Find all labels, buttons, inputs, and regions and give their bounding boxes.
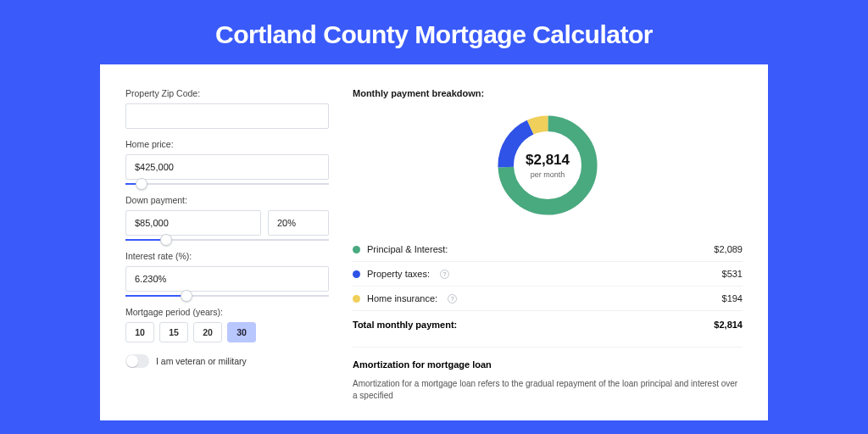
legend-left: Home insurance:? [353,293,457,303]
interest-rate-slider[interactable] [125,295,329,297]
legend-row: Home insurance:?$194 [353,287,743,310]
veteran-toggle[interactable] [125,354,149,368]
period-button-10[interactable]: 10 [125,322,154,342]
mortgage-period-label: Mortgage period (years): [125,307,329,317]
home-price-slider[interactable] [125,183,329,185]
amortization-text: Amortization for a mortgage loan refers … [353,378,743,402]
mortgage-period-group: Mortgage period (years): 10152030 [125,307,329,342]
info-icon[interactable]: ? [440,270,449,279]
home-price-group: Home price: [125,139,329,185]
interest-rate-label: Interest rate (%): [125,251,329,261]
donut-center-sub: per month [531,170,565,179]
legend-dot-icon [353,246,360,253]
period-button-15[interactable]: 15 [159,322,188,342]
down-payment-percent-input[interactable] [268,210,329,236]
donut-chart: $2,814 per month [492,110,603,220]
donut-center-value: $2,814 [526,152,570,169]
home-price-slider-thumb[interactable] [136,178,147,190]
down-payment-slider-thumb[interactable] [160,234,172,246]
total-label: Total monthly payment: [353,320,457,330]
legend-left: Principal & Interest: [353,244,448,254]
zip-group: Property Zip Code: [125,88,329,129]
page-title: Cortland County Mortgage Calculator [0,20,868,49]
breakdown-panel: Monthly payment breakdown: $2,814 per mo… [353,88,743,420]
veteran-label: I am veteran or military [156,356,247,366]
down-payment-label: Down payment: [125,195,329,205]
legend-value: $194 [722,293,743,303]
legend: Principal & Interest:$2,089Property taxe… [353,237,743,310]
period-button-20[interactable]: 20 [193,322,222,342]
legend-label: Principal & Interest: [367,244,448,254]
period-button-30[interactable]: 30 [227,322,256,342]
zip-input[interactable] [125,103,329,129]
legend-value: $531 [722,269,743,279]
page-header: Cortland County Mortgage Calculator [0,0,868,64]
interest-rate-group: Interest rate (%): [125,251,329,297]
total-value: $2,814 [714,320,743,330]
veteran-row: I am veteran or military [125,354,329,368]
home-price-label: Home price: [125,139,329,149]
interest-rate-slider-thumb[interactable] [181,290,192,302]
down-payment-slider[interactable] [125,239,329,241]
donut-center: $2,814 per month [492,110,603,220]
home-price-input[interactable] [125,154,329,180]
legend-row: Property taxes:?$531 [353,262,743,287]
zip-label: Property Zip Code: [125,88,329,98]
down-payment-amount-input[interactable] [125,210,261,236]
down-payment-group: Down payment: [125,195,329,241]
total-row: Total monthly payment: $2,814 [353,310,743,338]
interest-rate-input[interactable] [125,266,329,292]
legend-left: Property taxes:? [353,269,449,279]
legend-label: Property taxes: [367,269,430,279]
form-panel: Property Zip Code: Home price: Down paym… [125,88,329,420]
legend-dot-icon [353,270,360,278]
amortization-section: Amortization for mortgage loan Amortizat… [353,347,743,402]
calculator-card: Property Zip Code: Home price: Down paym… [100,64,768,420]
veteran-toggle-knob [126,355,138,367]
legend-value: $2,089 [714,244,743,254]
legend-dot-icon [353,295,360,303]
legend-label: Home insurance: [367,293,437,303]
amortization-title: Amortization for mortgage loan [353,359,743,370]
legend-row: Principal & Interest:$2,089 [353,237,743,262]
breakdown-title: Monthly payment breakdown: [353,88,743,98]
info-icon[interactable]: ? [448,294,457,303]
